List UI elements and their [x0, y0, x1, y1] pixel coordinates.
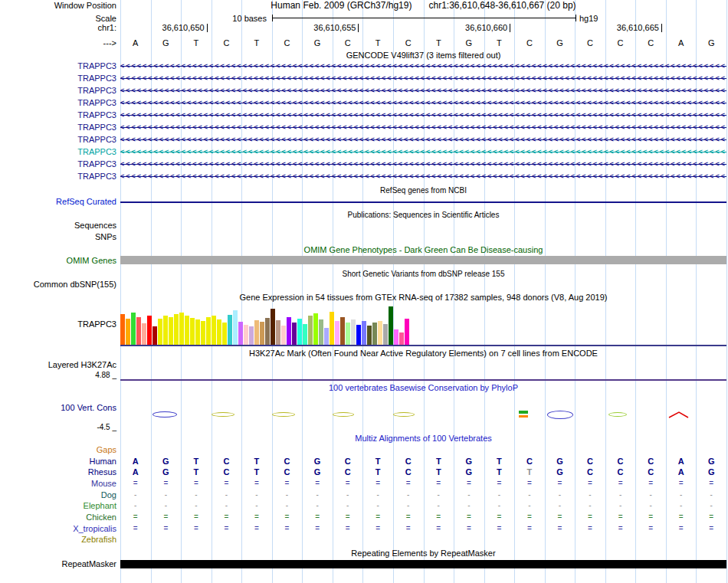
gtex-bar[interactable] [330, 312, 334, 345]
phylop-glyph[interactable] [333, 412, 354, 417]
gencode-gene-label[interactable]: TRAPPC3 [0, 123, 116, 132]
omim-genes-label[interactable]: OMIM Genes [0, 256, 116, 266]
multiz-species-label[interactable]: Dog [0, 490, 116, 499]
gtex-bar[interactable] [249, 326, 254, 345]
gtex-bar[interactable] [169, 317, 173, 345]
gencode-gene-label[interactable]: TRAPPC3 [0, 98, 116, 107]
gtex-bar[interactable] [126, 319, 130, 345]
multiz-species-label[interactable]: Elephant [0, 501, 116, 510]
multiz-species-label[interactable]: Gaps [0, 445, 116, 454]
gtex-bar[interactable] [206, 317, 211, 345]
gtex-bar[interactable] [340, 317, 345, 345]
gencode-gene-label[interactable]: TRAPPC3 [0, 159, 116, 169]
gtex-bar[interactable] [265, 318, 270, 345]
gtex-bar[interactable] [222, 323, 227, 345]
gencode-gene-label[interactable]: TRAPPC3 [0, 135, 116, 144]
gtex-bar[interactable] [254, 320, 259, 345]
gtex-bar[interactable] [131, 313, 136, 345]
multiz-species-label[interactable]: X_tropicalis [0, 524, 116, 533]
h3k27ac-label[interactable]: Layered H3K27Ac [0, 360, 116, 370]
cons-track-label[interactable]: 100 Vert. Cons [0, 403, 116, 413]
gtex-bar[interactable] [276, 320, 280, 345]
multiz-species-label[interactable]: Zebrafish [0, 535, 116, 544]
gencode-gene-label[interactable]: TRAPPC3 [0, 86, 116, 95]
gtex-bar[interactable] [147, 316, 152, 345]
gencode-gene-arrows[interactable]: <<<<<<<<<<<<<<<<<<<<<<<<<<<<<<<<<<<<<<<<… [120, 74, 726, 84]
gtex-bar[interactable] [185, 316, 189, 345]
gencode-gene-label[interactable]: TRAPPC3 [0, 74, 116, 83]
multiz-species-label[interactable]: Mouse [0, 479, 116, 488]
refseq-curated-line[interactable] [120, 201, 726, 203]
gtex-bar[interactable] [313, 313, 318, 345]
gtex-bar[interactable] [136, 317, 141, 345]
multiz-species-label[interactable]: Rhesus [0, 467, 116, 477]
gencode-gene-arrows[interactable]: <<<<<<<<<<<<<<<<<<<<<<<<<<<<<<<<<<<<<<<<… [120, 123, 726, 133]
phylop-glyph[interactable] [608, 412, 627, 417]
gtex-bar[interactable] [319, 319, 323, 345]
gtex-bar[interactable] [201, 321, 205, 345]
multiz-species-label[interactable]: Chicken [0, 513, 116, 522]
gtex-bar[interactable] [405, 319, 409, 345]
phylop-glyph[interactable] [212, 412, 234, 417]
gencode-gene-label[interactable]: TRAPPC3 [0, 61, 116, 70]
gtex-bar[interactable] [351, 319, 356, 345]
refseq-curated-label[interactable]: RefSeq Curated [0, 197, 116, 207]
gencode-gene-arrows[interactable]: <<<<<<<<<<<<<<<<<<<<<<<<<<<<<<<<<<<<<<<<… [120, 159, 726, 169]
gencode-gene-label[interactable]: TRAPPC3 [0, 172, 116, 181]
gtex-bar[interactable] [244, 325, 248, 345]
gtex-bar[interactable] [152, 326, 157, 345]
gtex-bar[interactable] [163, 316, 168, 345]
phylop-glyph[interactable] [669, 411, 689, 418]
gtex-bar[interactable] [212, 316, 216, 345]
gtex-bar[interactable] [308, 316, 313, 345]
omim-genes-bar[interactable] [120, 256, 726, 264]
gencode-gene-arrows[interactable]: <<<<<<<<<<<<<<<<<<<<<<<<<<<<<<<<<<<<<<<<… [120, 135, 726, 145]
phylop-glyph[interactable] [272, 412, 295, 417]
gtex-bar[interactable] [158, 319, 162, 345]
gtex-bar[interactable] [367, 326, 372, 345]
repeatmasker-bar[interactable] [120, 560, 726, 568]
phylop-glyph[interactable] [152, 411, 177, 418]
gtex-bar[interactable] [335, 321, 339, 345]
gtex-bar[interactable] [174, 314, 179, 345]
gtex-bar[interactable] [399, 332, 404, 345]
gtex-bar[interactable] [281, 326, 286, 345]
gtex-bar[interactable] [389, 306, 393, 345]
gtex-bar[interactable] [179, 313, 184, 345]
gtex-bar[interactable] [383, 324, 388, 345]
gencode-gene-arrows[interactable]: <<<<<<<<<<<<<<<<<<<<<<<<<<<<<<<<<<<<<<<<… [120, 86, 726, 96]
repeatmasker-label[interactable]: RepeatMasker [0, 559, 116, 569]
gtex-bar[interactable] [378, 321, 382, 345]
gtex-bar[interactable] [356, 325, 361, 345]
gtex-bar[interactable] [292, 323, 297, 345]
phylop-glyph[interactable] [519, 411, 528, 414]
gtex-bar-chart[interactable] [120, 305, 726, 345]
h3k27ac-baseline[interactable] [120, 379, 726, 381]
gencode-gene-arrows[interactable]: <<<<<<<<<<<<<<<<<<<<<<<<<<<<<<<<<<<<<<<<… [120, 98, 726, 108]
gtex-bar[interactable] [287, 317, 291, 345]
gtex-bar[interactable] [362, 321, 366, 345]
gtex-bar[interactable] [120, 314, 125, 345]
gtex-bar[interactable] [271, 309, 275, 345]
gtex-bar[interactable] [346, 323, 350, 345]
gtex-bar[interactable] [372, 323, 377, 345]
gtex-bar[interactable] [233, 310, 238, 345]
phylop-glyph[interactable] [519, 415, 528, 418]
gencode-gene-label[interactable]: TRAPPC3 [0, 110, 116, 120]
multiz-species-label[interactable]: Human [0, 457, 116, 466]
phylop-glyph[interactable] [547, 411, 573, 419]
gtex-bar[interactable] [297, 319, 302, 345]
gtex-bar[interactable] [217, 319, 221, 345]
gencode-gene-arrows[interactable]: <<<<<<<<<<<<<<<<<<<<<<<<<<<<<<<<<<<<<<<<… [120, 147, 726, 157]
gtex-bar[interactable] [190, 318, 195, 345]
gencode-gene-arrows[interactable]: <<<<<<<<<<<<<<<<<<<<<<<<<<<<<<<<<<<<<<<<… [120, 61, 726, 71]
snps-label[interactable]: SNPs [0, 232, 116, 242]
gtex-bar[interactable] [394, 329, 398, 345]
gencode-gene-arrows[interactable]: <<<<<<<<<<<<<<<<<<<<<<<<<<<<<<<<<<<<<<<<… [120, 110, 726, 120]
gtex-bar[interactable] [303, 324, 307, 345]
gtex-bar[interactable] [324, 328, 329, 345]
gtex-bar[interactable] [260, 322, 264, 345]
sequences-label[interactable]: Sequences [0, 221, 116, 231]
gencode-gene-arrows[interactable]: <<<<<<<<<<<<<<<<<<<<<<<<<<<<<<<<<<<<<<<<… [120, 172, 726, 182]
phylop-glyph[interactable] [393, 412, 415, 417]
